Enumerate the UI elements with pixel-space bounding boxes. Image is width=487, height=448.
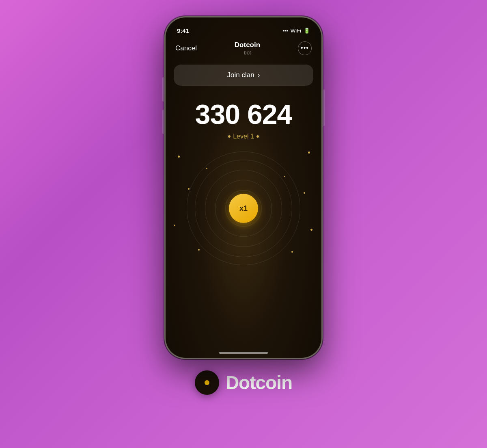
join-clan-arrow-icon: › xyxy=(258,71,260,79)
tap-coin-button[interactable]: x1 xyxy=(229,194,258,223)
battery-icon: 🔋 xyxy=(304,28,310,34)
score-area: 330 624 Level 1 xyxy=(166,92,321,143)
particle xyxy=(308,151,310,154)
level-indicator: Level 1 xyxy=(166,133,321,140)
status-bar: 9:41 ▪▪▪ WiFi 🔋 xyxy=(166,17,321,38)
brand-dot-icon xyxy=(205,380,209,385)
join-clan-wrapper: Join clan › xyxy=(166,61,321,92)
orbits-container: x1 xyxy=(187,151,300,265)
status-icons: ▪▪▪ WiFi 🔋 xyxy=(282,28,310,34)
volume-up-button xyxy=(162,77,164,102)
particle xyxy=(310,229,312,231)
brand-name: Dotcoin xyxy=(226,372,292,394)
screen: 9:41 ▪▪▪ WiFi 🔋 Cancel Dotcoin bot ••• xyxy=(166,17,321,358)
nav-title: Dotcoin xyxy=(235,41,260,49)
particle xyxy=(304,192,305,194)
brand-logo xyxy=(195,370,219,395)
cancel-button[interactable]: Cancel xyxy=(175,44,197,52)
nav-bar: Cancel Dotcoin bot ••• xyxy=(166,38,321,61)
wifi-icon: WiFi xyxy=(291,28,301,34)
join-clan-button[interactable]: Join clan › xyxy=(174,65,313,86)
phone-frame: 9:41 ▪▪▪ WiFi 🔋 Cancel Dotcoin bot ••• xyxy=(164,16,323,359)
volume-down-button xyxy=(162,110,164,134)
power-button xyxy=(323,89,325,126)
game-area: x1 xyxy=(166,143,321,273)
particle xyxy=(174,225,175,226)
level-dot-left xyxy=(228,135,231,138)
home-indicator xyxy=(219,352,268,354)
coin-multiplier-label: x1 xyxy=(239,204,248,213)
join-clan-label: Join clan xyxy=(227,71,254,79)
phone-mockup: 9:41 ▪▪▪ WiFi 🔋 Cancel Dotcoin bot ••• xyxy=(164,16,323,359)
particle xyxy=(178,156,180,158)
score-value: 330 624 xyxy=(166,100,321,128)
branding-section: Dotcoin xyxy=(195,370,292,395)
more-dots-icon: ••• xyxy=(301,45,309,51)
nav-title-group: Dotcoin bot xyxy=(235,41,260,56)
level-dot-right xyxy=(256,135,259,138)
level-label: Level 1 xyxy=(233,133,254,140)
more-button[interactable]: ••• xyxy=(298,41,312,55)
nav-subtitle: bot xyxy=(235,50,260,56)
status-time: 9:41 xyxy=(177,27,189,34)
signal-icon: ▪▪▪ xyxy=(282,28,288,34)
